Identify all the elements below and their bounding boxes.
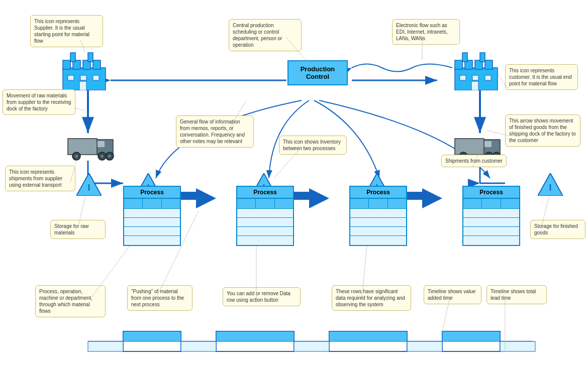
svg-rect-47 [471,81,478,90]
svg-rect-17 [123,331,181,341]
process-1-row-3 [124,227,180,236]
inventory-triangle-4: I [538,173,563,197]
svg-rect-23 [294,341,329,351]
process-4-row-1 [463,209,519,218]
svg-line-77 [75,108,84,110]
svg-rect-34 [80,75,86,80]
process-2-row-3 [237,227,293,236]
svg-rect-41 [485,60,493,69]
process-1-row-1 [124,209,180,218]
tooltip-finished-goods: This arrow shows movement of finished go… [505,114,580,147]
svg-rect-31 [70,53,75,62]
svg-rect-25 [500,341,535,351]
tooltip-supplier: This icon represents Supplier. It is the… [30,15,103,47]
process-3-row-3 [350,227,406,236]
tooltip-storage-finished: Storage for finished goods [530,220,585,239]
production-control-label: Production Control [301,65,335,80]
process-box-2: Process [236,186,294,246]
tooltip-process: Process, operation, machine or departmen… [35,285,106,317]
svg-rect-50 [68,139,97,155]
svg-rect-45 [472,75,478,80]
production-control-box: Production Control [287,60,348,85]
svg-rect-20 [442,331,500,341]
svg-rect-33 [68,75,74,80]
svg-rect-32 [88,53,93,62]
supplier-truck [65,135,116,163]
svg-rect-22 [181,341,216,351]
tooltip-production-control: Central production scheduling or control… [229,19,302,51]
tooltip-shipments-customer: Shipments from customer [441,155,507,167]
process-1-header: Process [124,187,180,199]
svg-rect-58 [484,141,492,147]
supplier-truck-svg [65,135,116,162]
tooltip-push: "Pushing" of material from one process t… [127,285,192,311]
svg-rect-24 [407,341,442,351]
svg-point-52 [75,155,78,158]
svg-marker-7 [196,188,216,208]
inventory-triangle-0: I [76,173,102,197]
tooltip-data-row: You can add or remove Data row using act… [223,287,301,306]
tooltip-timeline-lead: Timeline shows total lead time [486,285,547,304]
process-4-row-3 [463,227,519,236]
svg-rect-42 [462,53,467,62]
svg-rect-19 [329,331,407,341]
process-4-row-4 [463,236,519,245]
svg-rect-12 [407,192,423,200]
tooltip-customer: This icon represents customer. It is the… [505,64,578,90]
process-2-row-4 [237,236,293,245]
process-3-header: Process [350,187,406,199]
process-2-row-1 [237,209,293,218]
svg-marker-9 [309,188,329,208]
tooltip-supplier-shipment: This icon represents shipments from supp… [5,166,75,191]
tooltip-electronic-flow: Electronic flow such as EDI, Internet, i… [392,19,460,45]
svg-rect-21 [88,341,123,351]
svg-point-54 [101,155,104,158]
process-box-1: Process [123,186,181,246]
tooltip-timeline-value: Timeline shows value added time [424,285,481,304]
process-2-row-2 [237,218,293,227]
customer-factory-svg [452,50,500,90]
svg-rect-35 [93,75,99,80]
tooltip-general-info: General flow of information from memos, … [176,115,254,148]
svg-rect-27 [63,60,70,69]
customer-factory [452,50,500,91]
svg-rect-36 [79,81,86,90]
svg-rect-46 [485,75,491,80]
tooltip-data-significance: These rows have significant data require… [332,285,411,311]
svg-rect-49 [97,141,105,147]
process-box-4: Process [462,186,520,246]
diagram-container: Production Control [0,0,588,369]
svg-rect-44 [460,75,466,80]
process-3-row-4 [350,236,406,245]
svg-marker-11 [422,188,442,208]
process-box-3: Process [349,186,407,246]
supplier-factory-svg [60,50,108,90]
svg-rect-38 [455,60,462,69]
process-3-row-2 [350,218,406,227]
svg-point-56 [108,155,111,158]
process-3-row-1 [350,209,406,218]
process-1-row-2 [124,218,180,227]
tooltip-raw-movement: Movement of raw materials from supplier … [3,89,75,115]
svg-rect-10 [294,192,310,200]
tooltip-storage-raw: Storage for raw materials [50,220,106,239]
supplier-factory [60,50,108,91]
svg-rect-43 [480,53,485,62]
process-1-row-4 [124,236,180,245]
svg-rect-30 [93,60,101,69]
tooltip-inventory: This icon shows Inventory between two pr… [279,136,347,155]
svg-rect-8 [181,192,197,200]
svg-text:I: I [87,183,90,193]
process-2-header: Process [237,187,293,199]
svg-rect-59 [455,139,484,155]
svg-text:I: I [549,183,551,193]
process-4-row-2 [463,218,519,227]
svg-rect-18 [216,331,294,341]
process-4-header: Process [463,187,519,199]
